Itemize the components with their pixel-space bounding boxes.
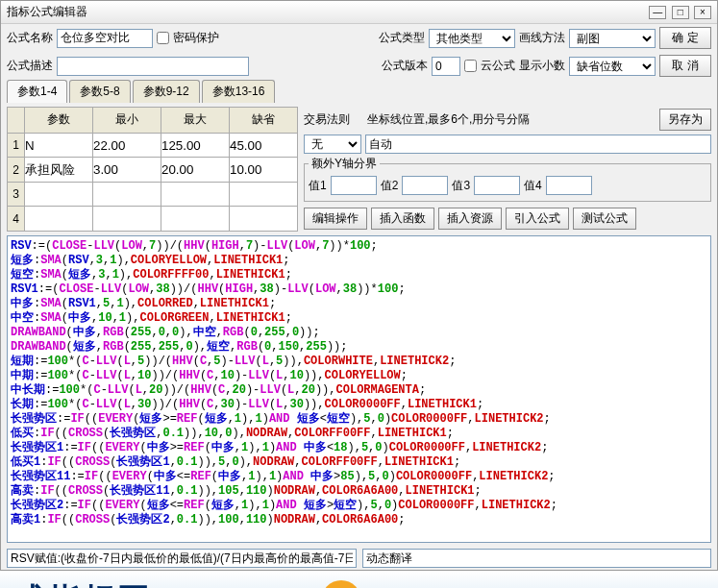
- param-def[interactable]: [230, 209, 297, 229]
- version-input[interactable]: [432, 57, 460, 76]
- draw-label: 画线方法: [519, 30, 565, 46]
- status-text[interactable]: [7, 549, 357, 568]
- desc-input[interactable]: [57, 57, 249, 76]
- param-def[interactable]: [230, 184, 297, 204]
- banner: 式指标网 九元 www.9m8.cn: [0, 571, 718, 588]
- window-controls: — □ ×: [647, 5, 711, 19]
- param-max[interactable]: [161, 135, 229, 155]
- type-select[interactable]: 其他类型: [429, 29, 515, 48]
- logo-icon: 九元: [321, 580, 361, 588]
- insert-func-button[interactable]: 插入函数: [371, 208, 434, 230]
- param-max[interactable]: [161, 209, 229, 229]
- code-editor[interactable]: RSV:=(CLOSE-LLV(LOW,7))/(HHV(HIGH,7)-LLV…: [7, 235, 711, 543]
- window-title: 指标公式编辑器: [7, 4, 87, 20]
- test-formula-button[interactable]: 测试公式: [573, 208, 636, 230]
- table-row: 1: [8, 133, 298, 158]
- ok-button[interactable]: 确 定: [659, 27, 711, 49]
- coord-label: 坐标线位置,最多6个,用分号分隔: [367, 111, 530, 128]
- param-max[interactable]: [161, 184, 229, 204]
- col-name: 参数: [25, 108, 93, 134]
- desc-label: 公式描述: [7, 58, 53, 74]
- tab-params-1-4[interactable]: 参数1-4: [7, 80, 67, 103]
- table-row: 4: [8, 207, 298, 232]
- param-min[interactable]: [93, 209, 161, 229]
- v3-input[interactable]: [474, 176, 520, 195]
- status-right[interactable]: [362, 549, 712, 568]
- v1-label: 值1: [309, 178, 327, 194]
- name-label: 公式名称: [7, 30, 53, 46]
- col-def: 缺省: [230, 108, 298, 134]
- param-def[interactable]: [230, 135, 297, 155]
- cloud-checkbox[interactable]: [464, 60, 477, 72]
- param-tabs: 参数1-4 参数5-8 参数9-12 参数13-16: [1, 80, 717, 103]
- col-max: 最大: [161, 108, 230, 134]
- editor-window: 指标公式编辑器 — □ × 公式名称 密码保护 公式类型 其他类型 画线方法 副…: [0, 0, 718, 571]
- right-panel: 交易法则 坐标线位置,最多6个,用分号分隔 另存为 无 额外Y轴分界 值1 值2…: [304, 107, 711, 232]
- maximize-icon[interactable]: □: [672, 6, 689, 19]
- coord-input[interactable]: [365, 135, 711, 154]
- draw-select[interactable]: 副图: [569, 29, 656, 48]
- row-name: 公式名称 密码保护 公式类型 其他类型 画线方法 副图 确 定: [1, 24, 717, 52]
- banner-left-text: 式指标网: [13, 578, 152, 588]
- password-checkbox[interactable]: [157, 32, 169, 44]
- param-min[interactable]: [93, 135, 161, 155]
- v2-input[interactable]: [402, 176, 448, 195]
- insert-res-button[interactable]: 插入资源: [438, 208, 502, 230]
- tab-params-9-12[interactable]: 参数9-12: [133, 80, 200, 103]
- tab-params-13-16[interactable]: 参数13-16: [202, 80, 276, 103]
- name-input[interactable]: [57, 29, 153, 48]
- param-max[interactable]: [161, 160, 229, 180]
- param-name[interactable]: [25, 184, 92, 204]
- tab-params-5-8[interactable]: 参数5-8: [69, 80, 130, 103]
- v4-label: 值4: [524, 178, 542, 194]
- param-def[interactable]: [230, 160, 297, 180]
- param-table: 参数 最小 最大 缺省 1 2 3 4: [7, 107, 298, 232]
- version-label: 公式版本: [382, 58, 428, 74]
- v2-label: 值2: [381, 178, 399, 194]
- rule-label: 交易法则: [304, 111, 350, 128]
- import-formula-button[interactable]: 引入公式: [506, 208, 569, 230]
- cloud-label: 云公式: [481, 58, 515, 74]
- table-row: 2: [8, 158, 298, 183]
- password-label: 密码保护: [173, 30, 219, 46]
- saveas-button[interactable]: 另存为: [659, 109, 711, 131]
- decimal-label: 显示小数: [519, 58, 565, 74]
- extra-y-fieldset: 额外Y轴分界 值1 值2 值3 值4: [304, 156, 711, 202]
- type-label: 公式类型: [379, 30, 425, 46]
- params-area: 参数 最小 最大 缺省 1 2 3 4 交易法则 坐标线位置,最多6个,用分号分…: [1, 103, 717, 235]
- param-name[interactable]: [25, 160, 92, 180]
- cancel-button[interactable]: 取 消: [659, 55, 711, 77]
- status-bar: [1, 547, 717, 570]
- param-min[interactable]: [93, 184, 161, 204]
- row-desc: 公式描述 公式版本 云公式 显示小数 缺省位数 取 消: [1, 52, 717, 80]
- extra-y-legend: 额外Y轴分界: [309, 156, 380, 172]
- param-name[interactable]: [25, 135, 92, 155]
- v1-input[interactable]: [331, 176, 377, 195]
- close-icon[interactable]: ×: [694, 6, 711, 19]
- rule-select[interactable]: 无: [304, 135, 361, 154]
- edit-op-button[interactable]: 编辑操作: [304, 208, 367, 230]
- param-name[interactable]: [25, 209, 92, 229]
- decimal-select[interactable]: 缺省位数: [569, 57, 656, 76]
- col-min: 最小: [93, 108, 161, 134]
- minimize-icon[interactable]: —: [649, 6, 666, 19]
- table-row: 3: [8, 182, 298, 207]
- param-min[interactable]: [93, 160, 161, 180]
- titlebar: 指标公式编辑器 — □ ×: [1, 1, 717, 24]
- banner-url: www.9m8.cn: [531, 584, 705, 588]
- v3-label: 值3: [452, 178, 470, 194]
- v4-input[interactable]: [546, 176, 592, 195]
